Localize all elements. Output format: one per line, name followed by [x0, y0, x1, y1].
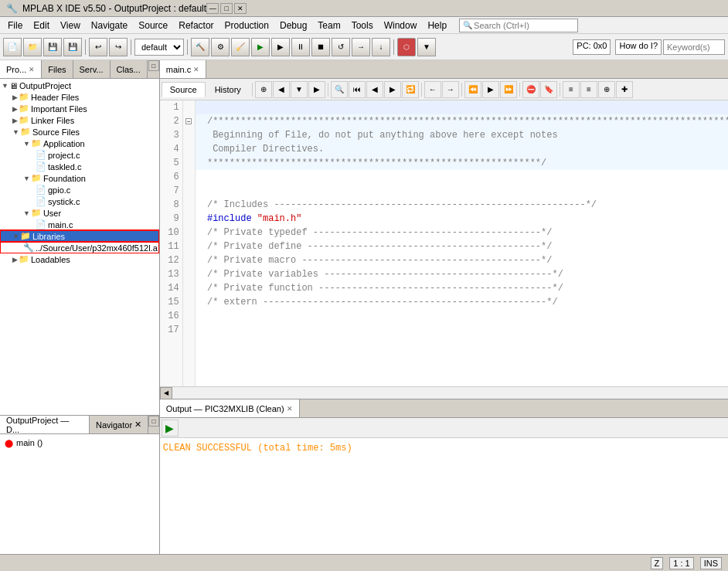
save-all-button[interactable]: 💾: [63, 38, 82, 56]
search-input[interactable]: [474, 21, 574, 30]
title-text: MPLAB X IDE v5.50 - OutputProject : defa…: [22, 3, 206, 14]
tab-main-c[interactable]: main.c ✕: [160, 60, 206, 78]
run-button[interactable]: ▶: [251, 38, 270, 56]
close-output-icon[interactable]: ✕: [287, 405, 293, 413]
tab-navigator[interactable]: Navigator ✕: [90, 416, 148, 433]
close-projects-icon[interactable]: ✕: [29, 66, 35, 73]
pause-button[interactable]: ⏸: [291, 38, 310, 56]
tree-item-loadables[interactable]: ▶ 📁 Loadables: [0, 253, 159, 265]
stop-button[interactable]: ⏹: [311, 38, 330, 56]
et-btn-13[interactable]: ▶: [482, 81, 499, 98]
menu-file[interactable]: File: [3, 19, 27, 32]
et-btn-2[interactable]: ◀: [273, 81, 290, 98]
debug-button[interactable]: ▶: [271, 38, 290, 56]
et-btn-7[interactable]: ◀: [366, 81, 383, 98]
tree-item-important-files[interactable]: ▶ 📁 Important Files: [0, 103, 159, 114]
hscrollbar[interactable]: ◀ ▶: [160, 386, 728, 399]
menu-tools[interactable]: Tools: [347, 19, 378, 32]
et-btn-10[interactable]: ←: [424, 81, 441, 98]
menu-help[interactable]: Help: [423, 19, 451, 32]
menu-edit[interactable]: Edit: [29, 19, 54, 32]
et-btn-17[interactable]: ≡: [563, 81, 580, 98]
tab-output[interactable]: Output — PIC32MXLIB (Clean) ✕: [160, 399, 300, 417]
hammer-button[interactable]: 🔨: [191, 38, 209, 56]
tab-files[interactable]: Files: [42, 60, 73, 78]
code-content[interactable]: /***************************************…: [196, 100, 728, 386]
menu-team[interactable]: Team: [313, 19, 345, 32]
tree-item-linker-files[interactable]: ▶ 📁 Linker Files: [0, 114, 159, 126]
device-button[interactable]: ⬡: [397, 38, 416, 56]
undo-button[interactable]: ↩: [89, 38, 107, 56]
clean-button[interactable]: 🧹: [231, 38, 250, 56]
et-btn-19[interactable]: ⊕: [598, 81, 615, 98]
menu-production[interactable]: Production: [220, 19, 274, 32]
et-btn-11[interactable]: →: [442, 81, 459, 98]
close-button[interactable]: ✕: [234, 3, 247, 14]
new-button[interactable]: 📄: [3, 38, 22, 56]
menu-window[interactable]: Window: [379, 19, 422, 32]
tree-item-libraries[interactable]: ▼ 📁 Libraries: [0, 230, 159, 242]
et-btn-1[interactable]: ⊕: [255, 81, 272, 98]
et-btn-6[interactable]: ⏮: [349, 81, 366, 98]
tab-history[interactable]: History: [206, 82, 250, 97]
et-btn-20[interactable]: ✚: [616, 81, 633, 98]
tree-item-project-c[interactable]: 📄 project.c: [0, 149, 159, 161]
tab-classes[interactable]: Clas...: [111, 60, 148, 78]
collapse-bottom-left-button[interactable]: □: [148, 416, 159, 427]
status-zoom-button[interactable]: Z: [651, 557, 664, 569]
menu-debug[interactable]: Debug: [275, 19, 311, 32]
et-btn-9[interactable]: 🔁: [402, 81, 419, 98]
tree-item-taskled-c[interactable]: 📄 taskled.c: [0, 161, 159, 172]
menu-navigate[interactable]: Navigate: [87, 19, 132, 32]
tree-item-outputproject[interactable]: ▼ 🖥 OutputProject: [0, 80, 159, 91]
output-run-button[interactable]: ▶: [162, 420, 179, 437]
menu-view[interactable]: View: [56, 19, 85, 32]
tree-item-gpio-c[interactable]: 📄 gpio.c: [0, 184, 159, 195]
minimize-button[interactable]: —: [206, 3, 219, 14]
close-main-c-icon[interactable]: ✕: [193, 66, 199, 73]
tree-item-lib-file[interactable]: 🔧 ../Source/User/p32mx460f512l.a: [0, 242, 159, 253]
et-btn-14[interactable]: ⏩: [500, 81, 517, 98]
et-btn-16[interactable]: 🔖: [540, 81, 557, 98]
tree-item-foundation[interactable]: ▼ 📁 Foundation: [0, 172, 159, 184]
tree-item-main-c[interactable]: 📄 main.c: [0, 219, 159, 230]
reset-button[interactable]: ↺: [332, 38, 350, 56]
line-num-1: 1: [163, 100, 179, 114]
menu-refactor[interactable]: Refactor: [174, 19, 218, 32]
step-over-button[interactable]: →: [352, 38, 370, 56]
tree-item-user[interactable]: ▼ 📁 User: [0, 207, 159, 219]
et-btn-15[interactable]: ⛔: [522, 81, 539, 98]
redo-button[interactable]: ↪: [109, 38, 128, 56]
build-button[interactable]: ⚙: [211, 38, 230, 56]
step-into-button[interactable]: ↓: [372, 38, 390, 56]
extra-btn[interactable]: ▼: [417, 38, 436, 56]
tab-main-c-label: main.c: [166, 65, 191, 74]
tree-item-systick-c[interactable]: 📄 systick.c: [0, 195, 159, 207]
tab-dashboard[interactable]: OutputProject — D...: [0, 416, 90, 433]
tab-source[interactable]: Source: [162, 82, 206, 97]
tree-item-header-files[interactable]: ▶ 📁 Header Files: [0, 91, 159, 103]
et-btn-5[interactable]: 🔍: [331, 81, 348, 98]
lb-item-main[interactable]: ⬤ main (): [3, 437, 156, 448]
collapse-btn-2[interactable]: −: [183, 114, 195, 128]
tab-projects[interactable]: Pro... ✕: [0, 60, 42, 78]
menu-source[interactable]: Source: [134, 19, 172, 32]
keyword-input[interactable]: [663, 39, 725, 55]
line-num-4: 4: [163, 142, 179, 156]
save-button[interactable]: 💾: [43, 38, 62, 56]
open-button[interactable]: 📁: [23, 38, 42, 56]
collapse-left-button[interactable]: □: [148, 60, 159, 71]
et-btn-12[interactable]: ⏪: [464, 81, 481, 98]
tree-item-application[interactable]: ▼ 📁 Application: [0, 138, 159, 149]
left-tabs: Pro... ✕ Files Serv... Clas... □: [0, 60, 159, 79]
et-btn-18[interactable]: ≡: [580, 81, 597, 98]
config-select[interactable]: default: [134, 39, 184, 56]
close-navigator-icon[interactable]: ✕: [134, 420, 141, 430]
et-btn-4[interactable]: ▶: [308, 81, 325, 98]
hscroll-left-button[interactable]: ◀: [160, 387, 172, 399]
tab-services[interactable]: Serv...: [73, 60, 111, 78]
tree-item-source-files[interactable]: ▼ 📁 Source Files: [0, 126, 159, 138]
et-btn-3[interactable]: ▼: [291, 81, 308, 98]
et-btn-8[interactable]: ▶: [384, 81, 401, 98]
maximize-button[interactable]: □: [220, 3, 233, 14]
